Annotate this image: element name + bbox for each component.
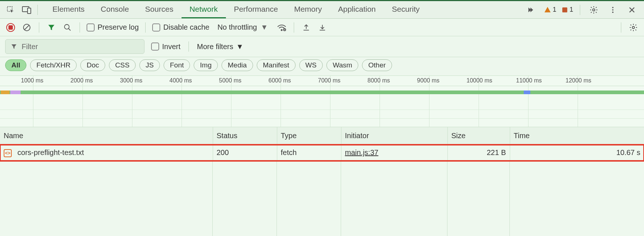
svg-point-5 <box>612 7 614 8</box>
tick-label: 1000 ms <box>21 77 43 84</box>
timeline-segment <box>524 91 530 94</box>
filter-toggle-icon[interactable] <box>46 22 57 33</box>
col-header-time[interactable]: Time <box>510 127 644 145</box>
chip-media[interactable]: Media <box>222 59 253 71</box>
issues-count: 1 <box>570 6 573 14</box>
divider <box>80 22 80 33</box>
chip-fetch-xhr[interactable]: Fetch/XHR <box>30 59 77 71</box>
tick-label: 5000 ms <box>219 77 241 84</box>
divider <box>621 22 621 33</box>
tab-network[interactable]: Network <box>182 1 226 18</box>
close-icon[interactable] <box>625 3 639 17</box>
timeline-segment <box>1 91 10 94</box>
tab-sources[interactable]: Sources <box>137 1 182 18</box>
network-settings-icon[interactable] <box>628 22 639 33</box>
tick-label: 3000 ms <box>120 77 142 84</box>
fetch-file-icon: <> <box>4 149 12 157</box>
tab-console[interactable]: Console <box>93 1 137 18</box>
timeline-segment <box>10 91 21 94</box>
upload-har-icon[interactable] <box>301 22 312 33</box>
request-status: 200 <box>213 145 277 161</box>
table-header-row: Name Status Type Initiator Size Time <box>0 127 644 145</box>
network-toolbar: Preserve log Disable cache No throttling… <box>0 19 644 36</box>
tick-label: 6000 ms <box>268 77 291 84</box>
divider <box>294 22 294 33</box>
record-button[interactable] <box>5 22 16 33</box>
chip-css[interactable]: CSS <box>109 59 136 71</box>
chip-img[interactable]: Img <box>194 59 218 71</box>
throttling-select[interactable]: No throttling ▼ <box>215 22 271 32</box>
tab-elements[interactable]: Elements <box>44 1 93 18</box>
tick-label: 9000 ms <box>417 77 439 84</box>
svg-point-7 <box>612 11 614 13</box>
search-icon[interactable] <box>62 22 73 33</box>
preserve-log-label: Preserve log <box>98 23 139 32</box>
network-conditions-icon[interactable] <box>276 22 287 33</box>
more-tabs-icon[interactable] <box>525 3 539 17</box>
filter-placeholder: Filter <box>22 43 38 51</box>
tick-label: 12000 ms <box>566 77 591 84</box>
clear-icon[interactable] <box>21 22 32 33</box>
tick-label: 4000 ms <box>169 77 192 84</box>
kebab-menu-icon[interactable] <box>606 3 620 17</box>
chevron-down-icon: ▼ <box>236 43 244 51</box>
col-header-size[interactable]: Size <box>447 127 510 145</box>
requests-table: Name Status Type Initiator Size Time <> … <box>0 127 644 161</box>
table-empty-area <box>0 161 644 236</box>
chip-other[interactable]: Other <box>362 59 392 71</box>
chip-font[interactable]: Font <box>164 59 190 71</box>
initiator-link[interactable]: main.js:37 <box>345 148 378 156</box>
svg-point-9 <box>65 24 69 29</box>
chip-wasm[interactable]: Wasm <box>326 59 358 71</box>
filter-input[interactable]: Filter <box>5 39 144 54</box>
divider <box>189 41 189 52</box>
chip-all[interactable]: All <box>5 59 26 71</box>
divider <box>37 5 38 15</box>
more-filters-dropdown[interactable]: More filters ▼ <box>197 43 244 51</box>
warnings-badge[interactable]: 1 <box>544 6 556 14</box>
chip-doc[interactable]: Doc <box>80 59 105 71</box>
tab-memory[interactable]: Memory <box>286 1 330 18</box>
funnel-icon <box>11 43 17 50</box>
invert-checkbox[interactable]: Invert <box>151 43 180 51</box>
issues-badge[interactable]: 1 <box>561 6 573 14</box>
svg-point-4 <box>593 9 595 11</box>
preserve-log-checkbox[interactable]: Preserve log <box>87 23 139 32</box>
settings-icon[interactable] <box>587 3 601 17</box>
chip-js[interactable]: JS <box>139 59 160 71</box>
tab-application[interactable]: Application <box>330 1 384 18</box>
inspect-element-icon[interactable] <box>4 3 18 17</box>
svg-point-10 <box>281 29 282 30</box>
disable-cache-label: Disable cache <box>163 23 209 32</box>
tick-label: 2000 ms <box>70 77 93 84</box>
panel-tabs: Elements Console Sources Network Perform… <box>44 1 428 18</box>
divider <box>145 22 146 33</box>
col-header-initiator[interactable]: Initiator <box>341 127 447 145</box>
device-toolbar-icon[interactable] <box>20 3 34 17</box>
request-time: 10.67 s <box>510 145 644 161</box>
chip-manifest[interactable]: Manifest <box>257 59 296 71</box>
request-type-filters: All Fetch/XHR Doc CSS JS Font Img Media … <box>0 57 644 76</box>
download-har-icon[interactable] <box>317 22 328 33</box>
divider <box>39 22 39 33</box>
invert-label: Invert <box>162 43 180 51</box>
tab-security[interactable]: Security <box>384 1 428 18</box>
tab-performance[interactable]: Performance <box>226 1 286 18</box>
devtools-tabstrip: Elements Console Sources Network Perform… <box>0 1 644 19</box>
disable-cache-checkbox[interactable]: Disable cache <box>152 23 209 32</box>
svg-point-6 <box>612 9 614 11</box>
table-row[interactable]: <> cors-preflight-test.txt 200 fetch mai… <box>0 145 644 161</box>
col-header-status[interactable]: Status <box>213 127 277 145</box>
svg-rect-2 <box>28 8 31 14</box>
filter-bar: Filter Invert More filters ▼ <box>0 36 644 57</box>
col-header-name[interactable]: Name <box>0 127 213 145</box>
tick-label: 10000 ms <box>466 77 492 84</box>
throttling-value: No throttling <box>217 23 257 32</box>
col-header-type[interactable]: Type <box>277 127 341 145</box>
chip-ws[interactable]: WS <box>299 59 323 71</box>
more-filters-label: More filters <box>197 43 233 51</box>
network-timeline[interactable]: 1000 ms 2000 ms 3000 ms 4000 ms 5000 ms … <box>0 76 644 127</box>
request-name: cors-preflight-test.txt <box>18 148 84 156</box>
tick-label: 11000 ms <box>516 77 542 84</box>
divider <box>580 5 580 15</box>
